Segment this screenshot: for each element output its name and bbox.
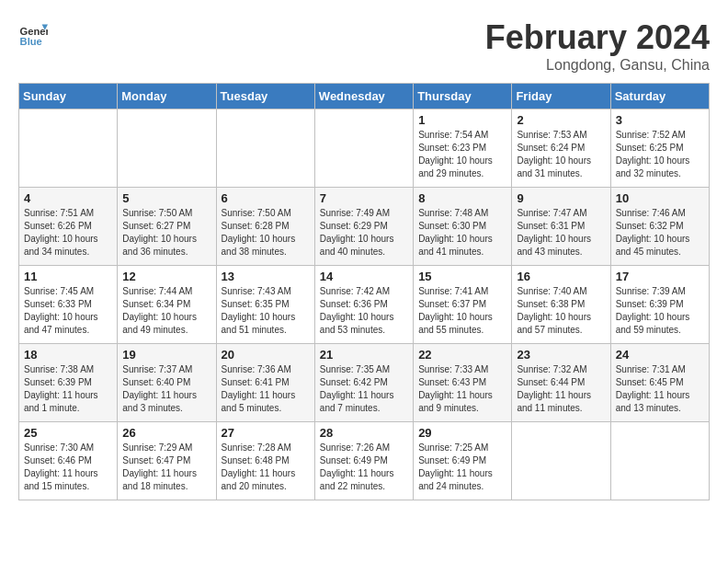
day-number: 28 <box>320 426 408 440</box>
calendar-cell: 29Sunrise: 7:25 AM Sunset: 6:49 PM Dayli… <box>414 422 512 500</box>
day-number: 7 <box>320 191 408 205</box>
calendar-cell: 1Sunrise: 7:54 AM Sunset: 6:23 PM Daylig… <box>414 109 512 188</box>
day-number: 22 <box>418 348 506 362</box>
day-number: 12 <box>122 270 210 283</box>
calendar-cell: 9Sunrise: 7:47 AM Sunset: 6:31 PM Daylig… <box>512 188 610 266</box>
calendar-cell: 17Sunrise: 7:39 AM Sunset: 6:39 PM Dayli… <box>610 266 709 344</box>
day-number: 23 <box>517 348 605 362</box>
logo: General Blue <box>18 18 48 48</box>
day-info: Sunrise: 7:54 AM Sunset: 6:23 PM Dayligh… <box>418 129 506 180</box>
day-number: 4 <box>24 191 112 205</box>
day-number: 16 <box>517 270 605 283</box>
day-info: Sunrise: 7:36 AM Sunset: 6:41 PM Dayligh… <box>222 363 310 415</box>
logo-icon: General Blue <box>18 18 48 48</box>
day-info: Sunrise: 7:33 AM Sunset: 6:43 PM Dayligh… <box>418 363 506 415</box>
weekday-header-saturday: Saturday <box>610 84 709 109</box>
calendar-cell: 27Sunrise: 7:28 AM Sunset: 6:48 PM Dayli… <box>216 422 314 500</box>
calendar-cell: 25Sunrise: 7:30 AM Sunset: 6:46 PM Dayli… <box>19 422 118 500</box>
day-info: Sunrise: 7:50 AM Sunset: 6:28 PM Dayligh… <box>222 207 310 259</box>
weekday-header-wednesday: Wednesday <box>314 84 413 109</box>
weekday-header-monday: Monday <box>118 84 216 109</box>
day-number: 19 <box>122 348 210 362</box>
day-info: Sunrise: 7:32 AM Sunset: 6:44 PM Dayligh… <box>517 363 605 415</box>
calendar-cell: 22Sunrise: 7:33 AM Sunset: 6:43 PM Dayli… <box>414 344 512 422</box>
calendar-week-5: 25Sunrise: 7:30 AM Sunset: 6:46 PM Dayli… <box>19 422 710 500</box>
calendar-cell: 19Sunrise: 7:37 AM Sunset: 6:40 PM Dayli… <box>118 344 216 422</box>
weekday-header-tuesday: Tuesday <box>216 84 314 109</box>
month-title: February 2024 <box>485 18 710 57</box>
day-info: Sunrise: 7:31 AM Sunset: 6:45 PM Dayligh… <box>616 363 704 415</box>
calendar-cell: 11Sunrise: 7:45 AM Sunset: 6:33 PM Dayli… <box>19 266 118 344</box>
day-number: 21 <box>320 348 408 362</box>
day-number: 10 <box>616 191 704 205</box>
day-number: 6 <box>222 191 310 205</box>
day-number: 3 <box>616 113 704 127</box>
calendar-cell: 6Sunrise: 7:50 AM Sunset: 6:28 PM Daylig… <box>216 188 314 266</box>
day-info: Sunrise: 7:45 AM Sunset: 6:33 PM Dayligh… <box>24 285 112 337</box>
calendar-cell: 15Sunrise: 7:41 AM Sunset: 6:37 PM Dayli… <box>414 266 512 344</box>
day-info: Sunrise: 7:41 AM Sunset: 6:37 PM Dayligh… <box>418 285 506 337</box>
day-number: 14 <box>320 270 408 283</box>
calendar-cell <box>610 422 709 500</box>
day-info: Sunrise: 7:53 AM Sunset: 6:24 PM Dayligh… <box>517 129 605 180</box>
weekday-header-thursday: Thursday <box>414 84 512 109</box>
day-info: Sunrise: 7:26 AM Sunset: 6:49 PM Dayligh… <box>320 442 408 493</box>
calendar-cell: 26Sunrise: 7:29 AM Sunset: 6:47 PM Dayli… <box>118 422 216 500</box>
calendar-cell: 4Sunrise: 7:51 AM Sunset: 6:26 PM Daylig… <box>19 188 118 266</box>
day-info: Sunrise: 7:47 AM Sunset: 6:31 PM Dayligh… <box>517 207 605 259</box>
day-info: Sunrise: 7:37 AM Sunset: 6:40 PM Dayligh… <box>122 363 210 415</box>
calendar-cell <box>216 109 314 188</box>
day-info: Sunrise: 7:39 AM Sunset: 6:39 PM Dayligh… <box>616 285 704 337</box>
calendar-cell: 20Sunrise: 7:36 AM Sunset: 6:41 PM Dayli… <box>216 344 314 422</box>
day-number: 26 <box>122 426 210 440</box>
calendar-cell: 3Sunrise: 7:52 AM Sunset: 6:25 PM Daylig… <box>610 109 709 188</box>
day-info: Sunrise: 7:28 AM Sunset: 6:48 PM Dayligh… <box>222 442 310 493</box>
day-info: Sunrise: 7:40 AM Sunset: 6:38 PM Dayligh… <box>517 285 605 337</box>
day-info: Sunrise: 7:49 AM Sunset: 6:29 PM Dayligh… <box>320 207 408 259</box>
calendar-cell: 28Sunrise: 7:26 AM Sunset: 6:49 PM Dayli… <box>314 422 413 500</box>
day-info: Sunrise: 7:30 AM Sunset: 6:46 PM Dayligh… <box>24 442 112 493</box>
day-number: 24 <box>616 348 704 362</box>
weekday-header-friday: Friday <box>512 84 610 109</box>
calendar-cell: 5Sunrise: 7:50 AM Sunset: 6:27 PM Daylig… <box>118 188 216 266</box>
calendar-cell: 10Sunrise: 7:46 AM Sunset: 6:32 PM Dayli… <box>610 188 709 266</box>
day-number: 15 <box>418 270 506 283</box>
day-number: 2 <box>517 113 605 127</box>
day-info: Sunrise: 7:48 AM Sunset: 6:30 PM Dayligh… <box>418 207 506 259</box>
day-info: Sunrise: 7:46 AM Sunset: 6:32 PM Dayligh… <box>616 207 704 259</box>
day-info: Sunrise: 7:25 AM Sunset: 6:49 PM Dayligh… <box>418 442 506 493</box>
calendar-cell <box>118 109 216 188</box>
calendar-cell: 2Sunrise: 7:53 AM Sunset: 6:24 PM Daylig… <box>512 109 610 188</box>
calendar-cell: 18Sunrise: 7:38 AM Sunset: 6:39 PM Dayli… <box>19 344 118 422</box>
day-number: 25 <box>24 426 112 440</box>
svg-text:Blue: Blue <box>20 36 42 47</box>
calendar-cell: 16Sunrise: 7:40 AM Sunset: 6:38 PM Dayli… <box>512 266 610 344</box>
calendar-body: 1Sunrise: 7:54 AM Sunset: 6:23 PM Daylig… <box>19 109 710 500</box>
calendar-cell: 8Sunrise: 7:48 AM Sunset: 6:30 PM Daylig… <box>414 188 512 266</box>
calendar-week-4: 18Sunrise: 7:38 AM Sunset: 6:39 PM Dayli… <box>19 344 710 422</box>
header: General Blue February 2024 Longdong, Gan… <box>18 18 710 74</box>
day-number: 8 <box>418 191 506 205</box>
day-info: Sunrise: 7:52 AM Sunset: 6:25 PM Dayligh… <box>616 129 704 180</box>
calendar-cell <box>19 109 118 188</box>
calendar-cell: 14Sunrise: 7:42 AM Sunset: 6:36 PM Dayli… <box>314 266 413 344</box>
calendar-cell: 21Sunrise: 7:35 AM Sunset: 6:42 PM Dayli… <box>314 344 413 422</box>
weekday-header-row: SundayMondayTuesdayWednesdayThursdayFrid… <box>19 84 710 109</box>
location-title: Longdong, Gansu, China <box>485 57 710 74</box>
calendar-cell: 23Sunrise: 7:32 AM Sunset: 6:44 PM Dayli… <box>512 344 610 422</box>
day-number: 11 <box>24 270 112 283</box>
day-number: 1 <box>418 113 506 127</box>
weekday-header-sunday: Sunday <box>19 84 118 109</box>
day-info: Sunrise: 7:35 AM Sunset: 6:42 PM Dayligh… <box>320 363 408 415</box>
calendar-week-1: 1Sunrise: 7:54 AM Sunset: 6:23 PM Daylig… <box>19 109 710 188</box>
calendar-cell: 13Sunrise: 7:43 AM Sunset: 6:35 PM Dayli… <box>216 266 314 344</box>
day-info: Sunrise: 7:42 AM Sunset: 6:36 PM Dayligh… <box>320 285 408 337</box>
day-number: 20 <box>222 348 310 362</box>
day-number: 27 <box>222 426 310 440</box>
day-info: Sunrise: 7:29 AM Sunset: 6:47 PM Dayligh… <box>122 442 210 493</box>
calendar-table: SundayMondayTuesdayWednesdayThursdayFrid… <box>18 83 710 500</box>
calendar-cell <box>314 109 413 188</box>
day-number: 17 <box>616 270 704 283</box>
day-number: 5 <box>122 191 210 205</box>
day-number: 18 <box>24 348 112 362</box>
